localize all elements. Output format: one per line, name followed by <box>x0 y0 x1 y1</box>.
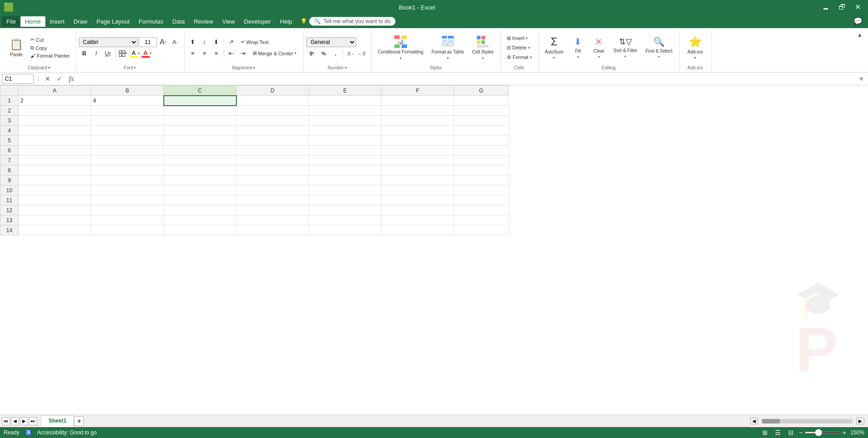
cell-C13[interactable] <box>164 215 236 225</box>
cell-E7[interactable] <box>309 156 382 165</box>
cell-E10[interactable] <box>309 185 382 195</box>
italic-button[interactable]: I <box>91 49 102 58</box>
menu-home[interactable]: Home <box>20 16 45 27</box>
cell-G12[interactable] <box>454 205 509 215</box>
row-header-2[interactable]: 2 <box>0 106 19 116</box>
sheet-area[interactable]: A B C D E F G 124234567891011121314 <box>0 85 868 414</box>
cell-G5[interactable] <box>454 136 509 146</box>
menu-view[interactable]: View <box>218 16 240 27</box>
sheet-tab-sheet1[interactable]: Sheet1 <box>41 415 74 427</box>
cell-D8[interactable] <box>236 165 309 175</box>
col-header-E[interactable]: E <box>309 86 382 96</box>
row-header-14[interactable]: 14 <box>0 225 19 235</box>
cut-button[interactable]: ✂ Cut <box>28 36 72 44</box>
cell-B2[interactable] <box>91 106 164 116</box>
cell-styles-button[interactable]: Cell Styles ▾ <box>469 33 497 63</box>
cell-E14[interactable] <box>309 225 382 235</box>
borders-button[interactable]: ▾ <box>118 49 128 58</box>
cell-B3[interactable] <box>91 116 164 126</box>
row-header-4[interactable]: 4 <box>0 126 19 136</box>
normal-view-button[interactable]: ⊞ <box>760 428 770 437</box>
number-format-select[interactable]: General <box>306 37 356 47</box>
page-break-view-button[interactable]: ⊟ <box>786 428 795 437</box>
cancel-formula-button[interactable]: ✕ <box>43 74 53 84</box>
cell-A2[interactable] <box>19 106 91 116</box>
cell-B14[interactable] <box>91 225 164 235</box>
cell-B8[interactable] <box>91 165 164 175</box>
cell-C10[interactable] <box>164 185 236 195</box>
cell-C1[interactable] <box>164 96 236 106</box>
restore-button[interactable]: 🗗 <box>835 0 849 15</box>
col-header-D[interactable]: D <box>236 86 309 96</box>
cell-F3[interactable] <box>382 116 454 126</box>
cell-F5[interactable] <box>382 136 454 146</box>
last-sheet-button[interactable]: ⏭ <box>29 417 37 425</box>
cell-D7[interactable] <box>236 156 309 165</box>
cell-A6[interactable] <box>19 146 91 156</box>
wrap-text-button[interactable]: ↵ Wrap Text <box>238 38 272 46</box>
cell-G10[interactable] <box>454 185 509 195</box>
clipboard-label[interactable]: Clipboard ▾ <box>5 64 72 71</box>
cell-C9[interactable] <box>164 175 236 185</box>
add-sheet-button[interactable]: + <box>74 416 84 426</box>
align-top-button[interactable]: ⬆ <box>187 37 198 47</box>
cell-F1[interactable] <box>382 96 454 106</box>
cell-C8[interactable] <box>164 165 236 175</box>
row-header-9[interactable]: 9 <box>0 175 19 185</box>
delete-cells-button[interactable]: ⊟ Delete ▾ <box>504 44 535 52</box>
cell-F10[interactable] <box>382 185 454 195</box>
cell-E8[interactable] <box>309 165 382 175</box>
format-cells-button[interactable]: ⚙ Format ▾ <box>504 53 535 62</box>
horizontal-scrollbar[interactable] <box>762 419 853 423</box>
cell-B13[interactable] <box>91 215 164 225</box>
cell-G13[interactable] <box>454 215 509 225</box>
cell-G2[interactable] <box>454 106 509 116</box>
next-sheet-button[interactable]: ▶ <box>20 417 28 425</box>
cell-F4[interactable] <box>382 126 454 136</box>
cell-G6[interactable] <box>454 146 509 156</box>
align-right-button[interactable]: ≡ <box>211 49 222 58</box>
col-header-B[interactable]: B <box>91 86 164 96</box>
cell-B1[interactable]: 4 <box>91 96 164 106</box>
cell-C5[interactable] <box>164 136 236 146</box>
cell-D9[interactable] <box>236 175 309 185</box>
cell-D11[interactable] <box>236 195 309 205</box>
cell-B11[interactable] <box>91 195 164 205</box>
formula-expand-button[interactable]: ▼ <box>856 75 866 83</box>
align-center-button[interactable]: ≡ <box>199 49 210 58</box>
find-select-button[interactable]: 🔍 Find & Select ▾ <box>642 33 676 62</box>
cell-G1[interactable] <box>454 96 509 106</box>
menu-help[interactable]: Help <box>275 16 297 27</box>
cell-A14[interactable] <box>19 225 91 235</box>
cell-G3[interactable] <box>454 116 509 126</box>
insert-function-button[interactable]: fx <box>66 74 76 84</box>
cell-F12[interactable] <box>382 205 454 215</box>
align-bottom-button[interactable]: ⬇ <box>211 37 222 47</box>
cell-B4[interactable] <box>91 126 164 136</box>
cell-D6[interactable] <box>236 146 309 156</box>
cell-A3[interactable] <box>19 116 91 126</box>
addins-button[interactable]: ⭐ Add-ins ▾ <box>682 33 708 62</box>
align-middle-button[interactable]: ↕ <box>199 37 210 47</box>
col-header-A[interactable]: A <box>19 86 91 96</box>
cell-C12[interactable] <box>164 205 236 215</box>
font-name-select[interactable]: Calibri <box>79 37 138 47</box>
cell-B7[interactable] <box>91 156 164 165</box>
cell-F7[interactable] <box>382 156 454 165</box>
row-header-5[interactable]: 5 <box>0 136 19 146</box>
menu-insert[interactable]: Insert <box>45 16 69 27</box>
menu-file[interactable]: File <box>2 16 20 27</box>
cell-D10[interactable] <box>236 185 309 195</box>
cell-B6[interactable] <box>91 146 164 156</box>
paste-button[interactable]: 📋 Paste <box>5 33 27 62</box>
chat-button[interactable]: 💬 <box>850 14 866 29</box>
cell-B12[interactable] <box>91 205 164 215</box>
cell-E12[interactable] <box>309 205 382 215</box>
ribbon-collapse-button[interactable]: ▲ <box>855 30 864 40</box>
format-as-table-button[interactable]: Format as Table ▾ <box>428 33 467 63</box>
formula-input[interactable] <box>78 75 854 83</box>
row-header-11[interactable]: 11 <box>0 195 19 205</box>
cell-F6[interactable] <box>382 146 454 156</box>
cell-B5[interactable] <box>91 136 164 146</box>
cell-C6[interactable] <box>164 146 236 156</box>
